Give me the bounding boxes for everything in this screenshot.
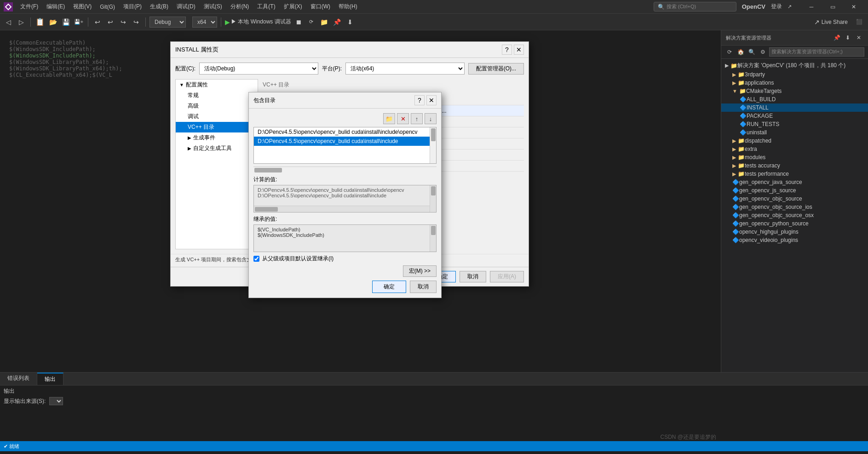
menu-analyze[interactable]: 分析(N)	[227, 1, 253, 12]
dtree-config-props[interactable]: ▼ 配置属性	[176, 80, 258, 90]
delete-include-button[interactable]: ✕	[397, 113, 409, 124]
save-button[interactable]: 💾	[60, 17, 71, 28]
tree-modules[interactable]: ▶ 📁 modules	[721, 153, 868, 161]
dtree-general[interactable]: 常规	[176, 90, 258, 101]
tree-all-build[interactable]: 🔷 ALL_BUILD	[721, 95, 868, 103]
tree-cmaketargets[interactable]: ▼ 📁 CMakeTargets	[721, 87, 868, 95]
tree-gen-objc-ios[interactable]: 🔷 gen_opencv_objc_source_ios	[721, 203, 868, 211]
sync-icon[interactable]: ⟳	[725, 47, 734, 57]
menu-file[interactable]: 文件(F)	[17, 1, 42, 12]
menu-project[interactable]: 项目(P)	[120, 1, 145, 12]
computed-h-scrollbar[interactable]	[254, 206, 430, 212]
include-help-button[interactable]: ?	[414, 95, 425, 105]
restore-button[interactable]: ▭	[822, 0, 843, 14]
redo2-button[interactable]: ↪	[131, 17, 142, 28]
tree-applications[interactable]: ▶ 📁 applications	[721, 79, 868, 87]
include-dialog[interactable]: 包含目录 ? ✕ 📁 ✕ ↑ ↓ D:\OPencv4.5.5\opencv\o…	[248, 92, 442, 298]
back-button[interactable]: ◁	[3, 17, 14, 28]
login-button[interactable]: 登录	[771, 3, 782, 11]
close-button[interactable]: ✕	[843, 0, 864, 14]
tree-gen-js[interactable]: 🔷 gen_opencv_js_source	[721, 186, 868, 195]
tree-solution[interactable]: ▶ 📁 解决方案 'OpenCV' (180 个项目，共 180 个)	[721, 61, 868, 70]
arrow-icon[interactable]: ⬇	[843, 33, 852, 42]
menu-view[interactable]: 视图(V)	[69, 1, 95, 12]
include-close-button[interactable]: ✕	[426, 95, 437, 105]
maximize-panel-button[interactable]: ⬛	[853, 17, 865, 26]
tree-gen-java[interactable]: 🔷 gen_opencv_java_source	[721, 178, 868, 186]
tree-3rdparty[interactable]: ▶ 📁 3rdparty	[721, 70, 868, 79]
settings-icon[interactable]: ⚙	[758, 47, 767, 57]
move-down-button[interactable]: ↓	[425, 113, 437, 124]
dtree-vc-dirs[interactable]: VC++ 目录	[176, 122, 258, 132]
menu-debug[interactable]: 调试(D)	[173, 1, 199, 12]
undo-button[interactable]: ↩	[92, 17, 103, 28]
stop-debug-button[interactable]: ⏹	[293, 17, 304, 28]
dialog-apply-button[interactable]: 应用(A)	[490, 271, 524, 282]
tree-extra[interactable]: ▶ 📁 extra	[721, 145, 868, 153]
tab-output[interactable]: 输出	[37, 373, 63, 385]
global-search-box[interactable]: 🔍 搜索 (Ctrl+Q)	[654, 2, 736, 11]
tree-package[interactable]: 🔷 PACKAGE	[721, 112, 868, 120]
undo2-button[interactable]: ↩	[105, 17, 116, 28]
tree-uninstall[interactable]: 🔷 uninstall	[721, 128, 868, 137]
menu-git[interactable]: Git(G)	[96, 2, 119, 11]
filter-icon[interactable]: 🔍	[747, 47, 756, 57]
inherited-scrollbar[interactable]	[430, 225, 436, 252]
platform-dropdown[interactable]: 活动(x64)	[345, 63, 465, 75]
add-include-button[interactable]: 📁	[383, 113, 395, 124]
tree-tests-accuracy[interactable]: ▶ 📁 tests accuracy	[721, 161, 868, 170]
tree-gen-python[interactable]: 🔷 gen_opencv_python_source	[721, 219, 868, 228]
menu-help[interactable]: 帮助(H)	[335, 1, 361, 12]
dtree-debug[interactable]: 调试	[176, 111, 258, 122]
dtree-build-events[interactable]: ▶ 生成事件	[176, 132, 258, 143]
tree-install[interactable]: 🔷 INSTALL	[721, 103, 868, 112]
open-button[interactable]: 📂	[47, 17, 58, 28]
menu-extensions[interactable]: 扩展(X)	[280, 1, 306, 12]
save-all-button[interactable]: 💾+	[73, 17, 84, 28]
menu-window[interactable]: 窗口(W)	[307, 1, 334, 12]
dialog-cancel-button[interactable]: 取消	[460, 271, 486, 282]
tree-gen-objc-osx[interactable]: 🔷 gen_opencv_objc_source_osx	[721, 211, 868, 219]
dialog-close-button[interactable]: ✕	[514, 45, 524, 55]
macro-button[interactable]: 宏(M) >>	[403, 265, 437, 277]
live-share-button[interactable]: ↗ Live Share	[811, 17, 851, 27]
menu-tools[interactable]: 工具(T)	[253, 1, 279, 12]
list-scrollbar[interactable]	[430, 127, 436, 163]
toolbar-misc-button[interactable]: 📁	[319, 17, 330, 28]
redo-button[interactable]: ↪	[118, 17, 129, 28]
menu-build[interactable]: 生成(B)	[146, 1, 172, 12]
tree-videoio-plugins[interactable]: 🔷 opencv_videoio_plugins	[721, 236, 868, 244]
inherit-checkbox[interactable]	[253, 256, 259, 262]
tree-highgui-plugins[interactable]: 🔷 opencv_highgui_plugins	[721, 228, 868, 236]
platform-select[interactable]: x64 x86	[192, 17, 217, 28]
include-cancel-button[interactable]: 取消	[410, 281, 437, 293]
menu-test[interactable]: 测试(S)	[200, 1, 226, 12]
include-list-item-2[interactable]: D:\OPencv4.5.5\opencv\opencv_bulid cuda\…	[254, 137, 436, 146]
dtree-custom-build[interactable]: ▶ 自定义生成工具	[176, 143, 258, 154]
dialog-help-button[interactable]: ?	[502, 45, 512, 55]
menu-edit[interactable]: 编辑(E)	[43, 1, 69, 12]
toolbar-misc3-button[interactable]: ⬇	[345, 17, 356, 28]
restart-button[interactable]: ⟳	[306, 17, 317, 28]
config-dropdown[interactable]: 活动(Debug)	[199, 63, 318, 75]
move-up-button[interactable]: ↑	[411, 113, 423, 124]
tree-run-tests[interactable]: 🔷 RUN_TESTS	[721, 120, 868, 128]
forward-button[interactable]: ▷	[16, 17, 27, 28]
horizontal-scrollbar[interactable]	[253, 167, 437, 173]
tab-error-list[interactable]: 错误列表	[0, 373, 37, 385]
home-icon[interactable]: 🏠	[736, 47, 745, 57]
panel-search-input[interactable]: 搜索解决方案资源管理器(Ctrl+;)	[769, 47, 864, 57]
toolbar-misc2-button[interactable]: 📌	[332, 17, 343, 28]
tree-dispatched[interactable]: ▶ 📁 dispatched	[721, 137, 868, 145]
config-manager-button[interactable]: 配置管理器(O)...	[468, 63, 524, 75]
computed-scrollbar[interactable]	[430, 185, 436, 212]
include-ok-button[interactable]: 确定	[372, 281, 406, 293]
config-select[interactable]: Debug Release	[149, 17, 186, 28]
tree-gen-objc[interactable]: 🔷 gen_opencv_objc_source	[721, 195, 868, 203]
pin-icon[interactable]: 📌	[832, 33, 841, 42]
run-button[interactable]: ▶ ▶ 本地 Windows 调试器	[225, 18, 291, 26]
new-project-button[interactable]: 📋	[34, 17, 46, 28]
dtree-advanced[interactable]: 高级	[176, 101, 258, 111]
tree-tests-performance[interactable]: ▶ 📁 tests performance	[721, 170, 868, 178]
panel-close-icon[interactable]: ✕	[854, 33, 863, 42]
